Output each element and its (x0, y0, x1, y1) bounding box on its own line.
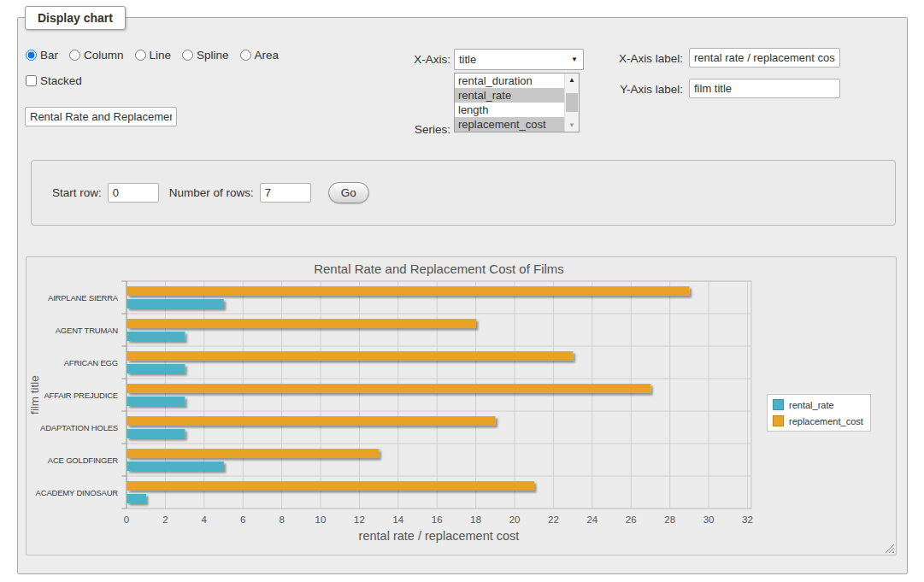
legend-swatch (773, 415, 784, 426)
bar-rental_rate (127, 397, 185, 406)
y-axis-label-input[interactable] (689, 79, 840, 98)
series-listbox[interactable]: rental_durationrental_ratelengthreplacem… (454, 73, 580, 132)
chart-type-option-bar[interactable]: Bar (26, 49, 58, 62)
chart-type-radio-label: Bar (40, 49, 58, 62)
bar-replacement_cost (127, 286, 690, 296)
legend-label: rental_rate (789, 400, 834, 410)
bar-rental_rate (127, 429, 185, 438)
number-of-rows-label: Number of rows: (169, 186, 254, 199)
category-label: AGENT TRUMAN (56, 326, 119, 335)
y-axis-label-label: Y-Axis label: (575, 83, 683, 96)
chart-type-option-line[interactable]: Line (135, 49, 172, 62)
x-tick-label: 24 (586, 514, 597, 525)
x-axis-select[interactable]: title (454, 49, 584, 70)
x-axis-label-input[interactable] (689, 48, 840, 68)
chart-type-radio-label: Area (255, 49, 280, 62)
x-axis-select-wrap: title ▼ (454, 49, 584, 70)
x-axis-select-label: X-Axis: (343, 53, 450, 66)
chart-type-radio-label: Line (150, 49, 172, 62)
scroll-down-icon[interactable]: ▼ (565, 119, 579, 132)
display-chart-panel: Display chart BarColumnLineSplineArea St… (17, 17, 908, 574)
chart-type-option-area[interactable]: Area (240, 49, 280, 62)
bar-replacement_cost (127, 384, 651, 393)
x-tick-label: 12 (354, 514, 365, 525)
category-label: AFRICAN EGG (64, 358, 118, 367)
bar-chart: 02468101214161820222426283032AIRPLANE SI… (26, 256, 897, 556)
category-label: AIRPLANE SIERRA (48, 293, 119, 303)
legend-label: replacement_cost (789, 416, 863, 426)
chart-canvas: 02468101214161820222426283032AIRPLANE SI… (26, 257, 896, 553)
chart-type-radio-spline[interactable] (182, 50, 193, 61)
series-list-label: Series: (343, 123, 450, 136)
x-tick-label: 2 (162, 514, 168, 525)
legend-swatch (773, 399, 784, 410)
panel-title: Display chart (25, 6, 126, 30)
x-tick-label: 4 (202, 514, 208, 525)
series-option-rental_rate[interactable]: rental_rate (455, 88, 564, 103)
bar-rental_rate (127, 332, 185, 341)
x-axis-label-label: X-Axis label: (575, 52, 683, 65)
series-options: rental_durationrental_ratelengthreplacem… (455, 73, 564, 132)
category-label: ACADEMY DINOSAUR (36, 488, 119, 497)
go-button[interactable]: Go (328, 182, 369, 203)
start-row-label: Start row: (52, 186, 102, 199)
stacked-option[interactable]: Stacked (26, 74, 82, 87)
bar-rental_rate (127, 364, 185, 373)
scrollbar-thumb[interactable] (566, 93, 578, 112)
x-tick-label: 28 (664, 514, 675, 525)
x-tick-label: 6 (240, 514, 245, 525)
x-tick-label: 18 (470, 514, 481, 525)
row-range-panel: Start row: Number of rows: Go (31, 160, 896, 226)
x-tick-label: 0 (124, 514, 129, 525)
x-tick-label: 16 (432, 514, 443, 525)
x-tick-label: 20 (509, 514, 521, 525)
chart-title: Rental Rate and Replacement Cost of Film… (314, 262, 564, 276)
series-option-length[interactable]: length (455, 103, 564, 117)
chart-legend: rental_ratereplacement_cost (767, 394, 871, 432)
chart-type-group: BarColumnLineSplineArea (26, 47, 279, 62)
series-option-replacement_cost[interactable]: replacement_cost (455, 117, 564, 132)
x-tick-label: 14 (392, 514, 403, 525)
chart-type-radio-column[interactable] (69, 50, 80, 61)
stacked-checkbox[interactable] (26, 75, 37, 86)
bar-rental_rate (127, 299, 224, 309)
x-tick-label: 10 (315, 514, 327, 525)
bar-rental_rate (127, 494, 146, 503)
chart-type-radio-line[interactable] (135, 50, 146, 61)
legend-item-rental_rate: rental_rate (773, 399, 863, 410)
chart-type-radio-label: Spline (197, 49, 229, 62)
bar-replacement_cost (127, 449, 380, 458)
bar-rental_rate (127, 461, 224, 471)
x-tick-label: 26 (626, 514, 637, 525)
bar-replacement_cost (127, 319, 476, 328)
bar-replacement_cost (127, 416, 496, 426)
category-label: AFFAIR PREJUDICE (44, 391, 118, 400)
chart-type-option-column[interactable]: Column (69, 49, 124, 62)
category-label: ADAPTATION HOLES (40, 423, 118, 432)
bar-replacement_cost (127, 351, 574, 361)
category-label: ACE GOLDFINGER (48, 456, 119, 465)
chart-type-radio-bar[interactable] (26, 50, 37, 61)
chart-type-option-spline[interactable]: Spline (182, 49, 229, 62)
chart-type-radio-label: Column (84, 49, 124, 62)
chart-type-radio-area[interactable] (240, 50, 251, 61)
start-row-input[interactable] (108, 183, 159, 203)
x-tick-label: 8 (279, 514, 284, 525)
x-tick-label: 30 (703, 514, 715, 525)
chart-title-input[interactable] (25, 107, 177, 126)
stacked-row: Stacked (26, 74, 82, 90)
y-axis-title: film title (28, 375, 41, 414)
number-of-rows-input[interactable] (260, 183, 311, 203)
x-axis-title: rental rate / replacement cost (359, 529, 520, 543)
series-option-rental_duration[interactable]: rental_duration (455, 73, 564, 88)
legend-item-replacement_cost: replacement_cost (773, 415, 863, 426)
x-tick-label: 22 (548, 514, 559, 525)
x-tick-label: 32 (742, 514, 753, 525)
bar-replacement_cost (127, 481, 535, 491)
stacked-label: Stacked (40, 74, 82, 87)
